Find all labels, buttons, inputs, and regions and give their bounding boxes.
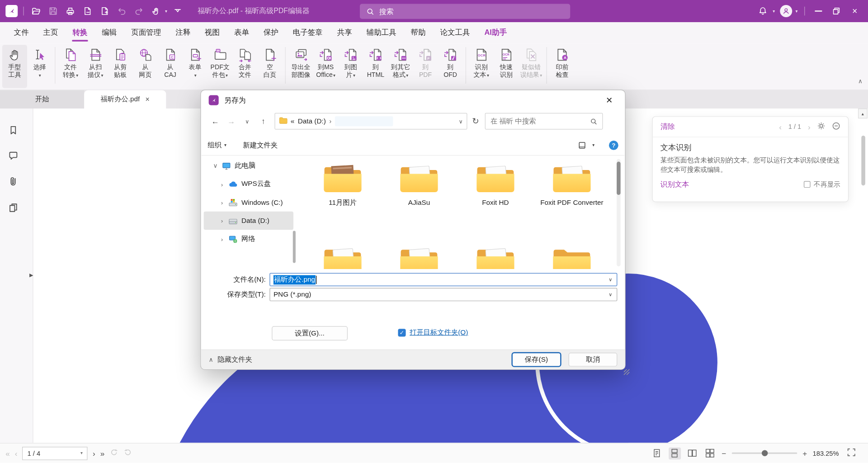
folder-item[interactable] <box>381 245 457 269</box>
open-target-folder-label[interactable]: 打开目标文件夹(O) <box>410 328 468 337</box>
ribbon-pdf-portfolio[interactable]: PDF文件包▾ <box>208 45 232 80</box>
close-button[interactable]: × <box>848 5 861 18</box>
ribbon-to-other-format[interactable]: 到其它格式▾ <box>388 45 413 80</box>
tree-item-1[interactable]: ›WPS云盘 <box>204 175 293 193</box>
ribbon-quick-recognize[interactable]: 快速识别 <box>494 45 519 79</box>
recognize-text-link[interactable]: 识别文本 <box>660 180 689 189</box>
new-folder-button[interactable]: 新建文件夹 <box>243 140 278 150</box>
ribbon-form[interactable]: 表单▾ <box>183 45 208 80</box>
print-icon[interactable] <box>64 5 77 18</box>
resize-grip-icon[interactable] <box>623 368 631 376</box>
ribbon-from-web[interactable]: 从网页 <box>133 45 158 79</box>
tab-start[interactable]: 开始 <box>0 90 84 109</box>
chevron-down-icon[interactable]: ∨ <box>212 162 218 170</box>
menu-item-0[interactable]: 文件 <box>7 22 36 43</box>
ribbon-export-all-images[interactable]: 导出全部图像 <box>288 45 313 79</box>
folder-item[interactable] <box>457 245 533 269</box>
tree-item-0[interactable]: ∨此电脑 <box>204 157 293 175</box>
folder-item[interactable] <box>533 245 610 269</box>
folder-item[interactable]: AJiaSu <box>381 163 457 238</box>
prev-page-icon[interactable]: ‹ <box>779 123 782 132</box>
menu-item-2[interactable]: 转换 <box>65 22 94 43</box>
menu-item-11[interactable]: 辅助工具 <box>359 22 404 43</box>
pages-panel-icon[interactable] <box>8 203 18 213</box>
attachments-panel-icon[interactable] <box>8 176 18 186</box>
chevron-right-icon[interactable]: › <box>219 236 225 242</box>
cancel-button[interactable]: 取消 <box>569 353 618 367</box>
next-page-icon[interactable]: › <box>93 449 95 458</box>
menu-item-1[interactable]: 主页 <box>36 22 66 43</box>
zoom-slider[interactable] <box>732 452 797 454</box>
open-target-folder-checkbox[interactable]: ✓ <box>398 329 406 336</box>
refresh-icon[interactable]: ↻ <box>468 116 483 126</box>
filename-dropdown-icon[interactable]: ∨ <box>609 277 612 282</box>
ribbon-to-ofd[interactable]: 到OFD <box>438 45 463 79</box>
tree-scrollbar[interactable] <box>293 231 296 263</box>
help-icon[interactable]: ? <box>609 140 618 150</box>
tree-item-2[interactable]: ›Windows (C:) <box>204 193 293 211</box>
tab-document[interactable]: 福昕办公.pdf× <box>84 90 166 109</box>
ribbon-from-caj[interactable]: 从CAJ <box>158 45 183 79</box>
menu-item-13[interactable]: 论文工具 <box>433 22 477 43</box>
menu-item-10[interactable]: 共享 <box>330 22 359 43</box>
ribbon-recognize-text[interactable]: 识别文本▾ <box>469 45 494 80</box>
address-dropdown-icon[interactable]: ∨ <box>459 118 463 124</box>
extract-page-icon[interactable] <box>81 5 94 18</box>
facing-view-icon[interactable] <box>686 447 698 459</box>
folder-item[interactable] <box>304 245 381 269</box>
insert-page-icon[interactable] <box>98 5 111 18</box>
grid-scrollbar[interactable] <box>617 159 621 266</box>
chevron-right-icon[interactable]: › <box>219 199 225 206</box>
dont-show-checkbox[interactable] <box>804 181 811 188</box>
menu-item-6[interactable]: 视图 <box>198 22 227 43</box>
last-page-icon[interactable]: » <box>100 449 105 458</box>
chevron-right-icon[interactable]: › <box>219 181 225 188</box>
zoom-slider-thumb[interactable] <box>762 450 768 456</box>
filename-input[interactable]: 福昕办公.png ∨ <box>269 273 617 286</box>
hand-tool-dropdown-icon[interactable]: ▾ <box>165 9 167 14</box>
account-dropdown-icon[interactable]: ▾ <box>796 9 798 14</box>
menu-item-14[interactable]: AI助手 <box>477 22 514 43</box>
menu-item-12[interactable]: 帮助 <box>404 22 433 43</box>
menu-item-9[interactable]: 电子签章 <box>286 22 330 43</box>
menu-item-8[interactable]: 保护 <box>256 22 286 43</box>
page-number-input[interactable]: 1 / 4 ▾ <box>23 447 88 460</box>
dialog-search-input[interactable]: 在 福昕 中搜索 <box>485 113 603 130</box>
nav-up-icon[interactable]: ↑ <box>256 117 271 126</box>
ribbon-from-clipboard[interactable]: 从剪贴板 <box>108 45 133 79</box>
collapse-minus-icon[interactable] <box>832 122 840 132</box>
ribbon-select-tool[interactable]: 选择▾ <box>27 45 52 80</box>
chevron-right-icon[interactable]: › <box>219 217 225 224</box>
toolbar-more-icon[interactable] <box>171 5 184 18</box>
view-mode-dropdown-icon[interactable]: ▾ <box>592 142 594 147</box>
savetype-dropdown-icon[interactable]: ∨ <box>609 292 612 297</box>
page-dropdown-icon[interactable]: ▾ <box>80 451 83 456</box>
notifications-bell-icon[interactable] <box>756 5 769 18</box>
zoom-in-icon[interactable]: + <box>802 449 807 458</box>
continuous-facing-view-icon[interactable] <box>704 447 716 459</box>
tree-item-4[interactable]: ›网络 <box>204 230 293 248</box>
menu-item-7[interactable]: 表单 <box>227 22 256 43</box>
restore-button[interactable] <box>830 5 843 18</box>
continuous-view-icon[interactable] <box>669 447 681 459</box>
tab-close-icon[interactable]: × <box>146 95 150 104</box>
ribbon-to-image[interactable]: 到图片▾ <box>338 45 363 80</box>
dialog-close-icon[interactable]: ✕ <box>601 95 617 105</box>
ribbon-to-html[interactable]: 到HTML <box>363 45 388 79</box>
tree-item-3[interactable]: ›Data (D:) <box>204 212 293 230</box>
menu-item-4[interactable]: 页面管理 <box>124 22 168 43</box>
ribbon-blank-page[interactable]: 空白页 <box>257 45 282 79</box>
address-bar[interactable]: « Data (D:) › ∨ <box>274 113 467 130</box>
settings-button[interactable]: 设置(G)... <box>272 326 348 340</box>
fullscreen-icon[interactable] <box>847 448 856 458</box>
save-button[interactable]: 保存(S) <box>512 353 561 367</box>
notifications-dropdown-icon[interactable]: ▾ <box>773 9 775 14</box>
folder-item[interactable]: 11月图片 <box>304 163 381 238</box>
bookmarks-panel-icon[interactable] <box>8 125 18 135</box>
clear-button[interactable]: 清除 <box>660 122 675 132</box>
folder-item[interactable]: Foxit PDF Converter <box>533 163 610 238</box>
scroll-up-button[interactable]: ▲ <box>858 109 868 118</box>
vertical-scrollbar[interactable] <box>861 136 865 185</box>
ribbon-file-convert[interactable]: 文件转换▾ <box>58 45 83 80</box>
hand-tool-quick-icon[interactable] <box>150 5 163 18</box>
